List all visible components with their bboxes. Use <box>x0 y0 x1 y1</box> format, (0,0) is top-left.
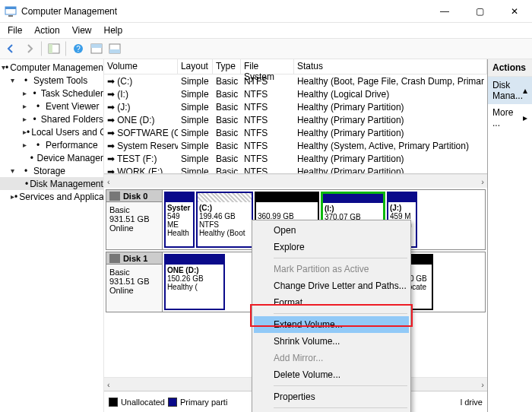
context-menu-item: Mark Partition as Active <box>254 261 409 277</box>
toolbar: ? <box>0 38 532 59</box>
svg-rect-10 <box>109 49 120 53</box>
actions-more-label: More ... <box>492 107 523 128</box>
maximize-button[interactable]: ▢ <box>462 0 497 23</box>
volume-row[interactable]: ➡ (C:)SimpleBasicNTFSHealthy (Boot, Page… <box>104 74 487 87</box>
partition[interactable]: (C:)199.46 GB NTFSHealthy (Boot <box>196 192 253 248</box>
tree-item[interactable]: ▸•Shared Folders <box>0 113 103 125</box>
minimize-button[interactable]: — <box>427 0 462 23</box>
menu-file[interactable]: File <box>3 24 27 37</box>
context-menu-item[interactable]: Shrink Volume... <box>254 333 409 350</box>
actions-title: Actions <box>488 59 532 77</box>
tree-item[interactable]: ▾•Computer Management (Local <box>0 61 103 74</box>
chevron-up-icon: ▴ <box>523 85 527 96</box>
legend-swatch-unallocated <box>109 398 118 407</box>
col-status[interactable]: Status <box>294 59 487 74</box>
nav-tree[interactable]: ▾•Computer Management (Local▾•System Too… <box>0 59 104 412</box>
tree-item[interactable]: ▸•Performance <box>0 138 103 151</box>
volume-row[interactable]: ➡ (I:)SimpleBasicNTFSHealthy (Logical Dr… <box>104 87 487 100</box>
actions-more[interactable]: More ...▸ <box>488 104 532 132</box>
volume-row[interactable]: ➡ (J:)SimpleBasicNTFSHealthy (Primary Pa… <box>104 100 487 113</box>
menu-view[interactable]: View <box>68 24 97 37</box>
menu-separator <box>274 385 407 386</box>
context-menu-item[interactable]: Explore <box>254 239 409 255</box>
disk-header[interactable]: Disk 0Basic931.51 GBOnline <box>106 190 163 249</box>
actions-pane: Actions Disk Mana...▴ More ...▸ <box>488 59 532 412</box>
close-button[interactable]: ✕ <box>497 0 532 23</box>
chevron-right-icon: ▸ <box>523 113 527 123</box>
legend-unallocated: Unallocated <box>121 398 165 407</box>
menu-separator <box>274 258 407 258</box>
title-bar: Computer Management — ▢ ✕ <box>0 0 532 23</box>
menu-help[interactable]: Help <box>100 24 128 37</box>
menu-bar: File Action View Help <box>0 23 532 38</box>
toolbar-separator <box>41 41 43 56</box>
actions-item[interactable]: Disk Mana...▴ <box>488 77 532 104</box>
svg-rect-2 <box>8 15 13 17</box>
show-hide-button[interactable] <box>46 40 62 57</box>
view-bottom-button[interactable] <box>106 40 123 57</box>
tree-item[interactable]: ▸•Services and Applications <box>0 190 103 203</box>
volume-row[interactable]: ➡ WORK (E:)SimpleBasicNTFSHealthy (Prima… <box>104 165 487 174</box>
volume-row[interactable]: ➡ SOFTWARE (G:)SimpleBasicNTFSHealthy (P… <box>104 126 487 139</box>
context-menu-item[interactable]: Format... <box>254 294 409 311</box>
col-filesystem[interactable]: File System <box>241 59 294 74</box>
col-layout[interactable]: Layout <box>178 59 213 74</box>
context-menu[interactable]: OpenExploreMark Partition as ActiveChang… <box>252 220 411 412</box>
app-icon <box>5 5 17 17</box>
tree-item[interactable]: •Device Manager <box>0 151 103 164</box>
tree-item[interactable]: ▸•Task Scheduler <box>0 87 103 100</box>
tree-item[interactable]: ▸•Local Users and Groups <box>0 125 103 138</box>
view-top-button[interactable] <box>88 40 105 57</box>
scrollbar-horizontal[interactable]: ‹› <box>104 174 487 188</box>
back-button[interactable] <box>3 40 20 57</box>
window-title: Computer Management <box>21 6 117 17</box>
actions-item-label: Disk Mana... <box>492 80 523 101</box>
context-menu-item[interactable]: Delete Volume... <box>254 366 409 383</box>
volume-row[interactable]: ➡ ONE (D:)SimpleBasicNTFSHealthy (Primar… <box>104 113 487 126</box>
menu-separator <box>274 313 407 314</box>
toolbar-separator <box>65 41 67 56</box>
svg-rect-1 <box>5 7 16 9</box>
tree-item[interactable]: ▾•System Tools <box>0 74 103 87</box>
context-menu-item[interactable]: Change Drive Letter and Paths... <box>254 277 409 294</box>
legend-swatch-primary <box>168 398 177 407</box>
tree-item[interactable]: ▸•Event Viewer <box>0 100 103 113</box>
tree-item[interactable]: ▾•Storage <box>0 164 103 177</box>
volume-list[interactable]: ➡ (C:)SimpleBasicNTFSHealthy (Boot, Page… <box>104 74 487 174</box>
volume-row[interactable]: ➡ TEST (F:)SimpleBasicNTFSHealthy (Prima… <box>104 152 487 165</box>
legend-primary: Primary parti <box>180 398 227 407</box>
svg-text:?: ? <box>76 45 81 53</box>
context-menu-item: Add Mirror... <box>254 350 409 366</box>
volume-list-header[interactable]: Volume Layout Type File System Status <box>104 59 487 74</box>
col-volume[interactable]: Volume <box>104 59 178 74</box>
disk-header[interactable]: Disk 1Basic931.51 GBOnline <box>106 252 163 312</box>
col-type[interactable]: Type <box>213 59 241 74</box>
forward-button[interactable] <box>21 40 38 57</box>
legend-logical: l drive <box>461 398 483 407</box>
menu-separator <box>274 407 407 408</box>
help-button[interactable]: ? <box>70 40 87 57</box>
menu-action[interactable]: Action <box>30 24 64 37</box>
partition[interactable]: ONE (D:)150.26 GBHealthy ( <box>164 254 225 310</box>
volume-row[interactable]: ➡ System ReservedSimpleBasicNTFSHealthy … <box>104 139 487 152</box>
svg-rect-4 <box>49 44 52 53</box>
context-menu-item[interactable]: Open <box>254 222 409 239</box>
tree-item[interactable]: •Disk Management <box>0 177 103 190</box>
partition[interactable]: Syster549 MEHealth <box>164 192 195 248</box>
svg-rect-8 <box>91 44 102 48</box>
context-menu-item[interactable]: Extend Volume... <box>254 316 409 333</box>
context-menu-item[interactable]: Properties <box>254 388 409 405</box>
